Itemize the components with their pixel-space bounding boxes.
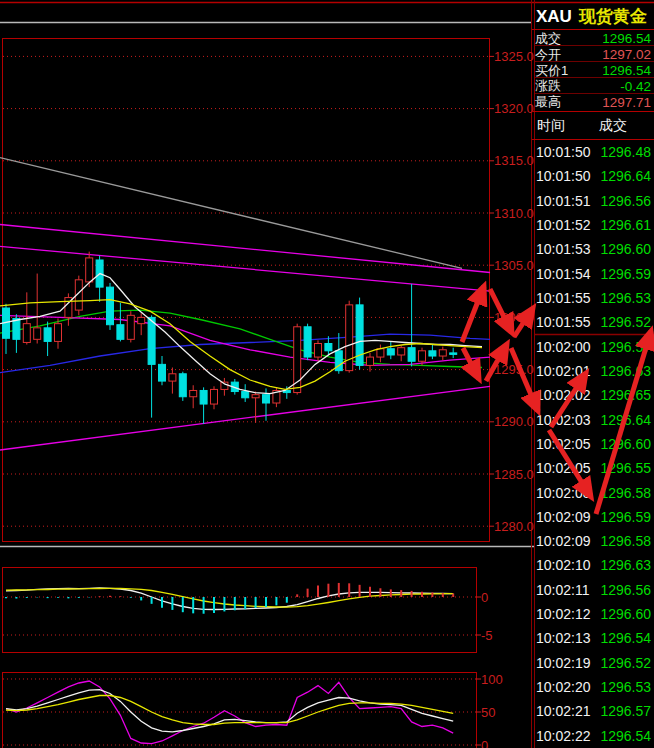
tick-time: 10:01:53 [536, 241, 591, 257]
tick-row: 10:02:111296.56 [532, 578, 654, 602]
tick-time: 10:01:54 [536, 266, 591, 282]
quote-panel: XAU现货黄金 成交1296.54今开1297.02买价11296.54涨跌-0… [532, 0, 654, 748]
price-axis-label: 1305.0 [494, 258, 534, 273]
candle-down [13, 318, 20, 339]
candle-down [242, 392, 249, 398]
trendlines [0, 158, 493, 450]
candle-down [325, 344, 332, 351]
candle-up [138, 317, 145, 323]
tick-list[interactable]: 10:01:501296.4810:01:501296.6410:01:5112… [532, 140, 654, 748]
candle-up [169, 374, 176, 381]
tick-time: 10:02:08 [536, 485, 591, 501]
macd-axis-label: -5 [481, 628, 493, 643]
tick-price: 1296.57 [600, 339, 651, 355]
tick-price: 1296.56 [600, 582, 651, 598]
tick-time: 10:02:13 [536, 630, 591, 646]
tick-time: 10:02:00 [536, 339, 591, 355]
candle-up [439, 350, 446, 356]
price-axis-label: 1300.0 [494, 310, 534, 325]
candle-up [315, 344, 322, 358]
macd-panel[interactable]: 0-5 [3, 568, 493, 653]
price-axis-label: 1285.0 [494, 467, 534, 482]
tick-price: 1296.55 [600, 460, 651, 476]
price-axis-label: 1320.0 [494, 101, 534, 116]
price-axis-label: 1290.0 [494, 414, 534, 429]
kdj-panel[interactable]: 100500 [3, 672, 503, 748]
kdj-j-line [6, 681, 453, 744]
tick-row: 10:01:551296.52 [532, 310, 654, 334]
quote-field-value: 1297.02 [602, 47, 651, 62]
tick-time: 10:02:02 [536, 387, 591, 403]
tick-price: 1296.60 [600, 241, 651, 257]
tick-time: 10:02:09 [536, 509, 591, 525]
tick-row: 10:02:221296.54 [532, 724, 654, 748]
tick-row: 10:01:501296.48 [532, 140, 654, 164]
tick-time: 10:02:12 [536, 606, 591, 622]
tick-row: 10:01:501296.64 [532, 164, 654, 188]
candle-up [211, 389, 218, 404]
price-axis-label: 1315.0 [494, 153, 534, 168]
tick-time: 10:01:52 [536, 217, 591, 233]
trend-gray-descending [0, 158, 462, 269]
quote-field-value: 1296.54 [602, 63, 651, 78]
tick-time: 10:02:10 [536, 557, 591, 573]
quote-field-value: 1296.54 [602, 31, 651, 46]
quote-field-row: 买价11296.54 [532, 63, 654, 79]
tick-price: 1296.48 [600, 144, 651, 160]
ma-lines [0, 310, 490, 373]
tick-price: 1296.52 [600, 314, 651, 330]
tick-time: 10:02:20 [536, 679, 591, 695]
candle-up [86, 258, 93, 282]
instrument-symbol: XAU [536, 7, 572, 26]
candle-up [419, 351, 426, 361]
candle-down [304, 327, 311, 357]
tick-row: 10:02:131296.54 [532, 626, 654, 650]
quote-field-row: 最高1297.71 [532, 94, 654, 110]
tick-price: 1296.54 [600, 630, 651, 646]
tick-time: 10:02:11 [536, 582, 589, 598]
tick-price: 1296.52 [600, 655, 651, 671]
candle-up [127, 315, 134, 339]
tick-time: 10:01:55 [536, 290, 591, 306]
tick-price: 1296.57 [600, 703, 651, 719]
tick-price: 1296.63 [600, 557, 651, 573]
tick-row: 10:02:001296.57 [532, 335, 654, 359]
tick-time: 10:01:50 [536, 144, 591, 160]
tick-row: 10:02:091296.58 [532, 529, 654, 553]
tick-time: 10:01:50 [536, 168, 591, 184]
tick-row: 10:02:011296.63 [532, 359, 654, 383]
tick-time: 10:02:03 [536, 412, 591, 428]
tick-row: 10:02:051296.60 [532, 432, 654, 456]
tick-time: 10:02:22 [536, 728, 591, 744]
candle-down [117, 325, 124, 340]
instrument-name: 现货黄金 [579, 7, 647, 26]
tick-price: 1296.59 [600, 266, 651, 282]
quote-field-row: 今开1297.02 [532, 47, 654, 63]
tick-row: 10:02:031296.64 [532, 407, 654, 431]
candle-up [377, 349, 384, 357]
tick-time: 10:02:01 [536, 363, 591, 379]
candle-down [408, 348, 415, 362]
macd-axis-label: 0 [481, 590, 488, 605]
candles [3, 252, 457, 424]
tick-row: 10:02:091296.59 [532, 505, 654, 529]
candle-down [44, 328, 51, 342]
trading-terminal-window: 1325.01320.01315.01310.01305.01300.01295… [0, 0, 654, 748]
candle-down [387, 349, 394, 355]
tick-price: 1296.60 [600, 436, 651, 452]
macd-dea-line [6, 588, 453, 607]
tick-row: 10:02:201296.53 [532, 675, 654, 699]
instrument-title: XAU现货黄金 [536, 5, 647, 28]
quote-field-value: -0.42 [620, 79, 651, 94]
kdj-axis-label: 100 [481, 672, 503, 687]
tick-row: 10:02:211296.57 [532, 699, 654, 723]
tick-list-header: 时间 成交 [532, 112, 654, 138]
tick-price: 1296.53 [600, 290, 651, 306]
tick-price: 1296.54 [600, 728, 651, 744]
candle-up [398, 348, 405, 355]
tick-price: 1296.64 [600, 168, 651, 184]
tick-row: 10:01:511296.56 [532, 189, 654, 213]
candle-up [252, 395, 259, 398]
candle-down [159, 364, 166, 381]
tick-price: 1296.65 [600, 387, 651, 403]
